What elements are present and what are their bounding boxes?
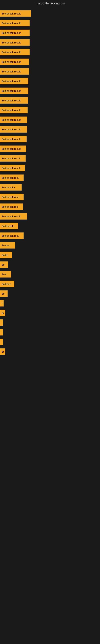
bar-item: Bottleneck result [0, 116, 27, 123]
bar-row: Bottleneck result [0, 9, 100, 18]
bar-item: Bottleneck [0, 223, 18, 229]
bar-item: Bottleneck result [0, 146, 26, 152]
bar-label: Bo [1, 350, 4, 353]
bar-label: Bot [1, 263, 5, 266]
bar-label: Bottleneck result [1, 60, 21, 64]
bar-label: Bottleneck result [1, 41, 21, 44]
bar-label: Bot [1, 292, 5, 295]
bar-row: I [0, 337, 100, 346]
bar-label: Bottle [1, 254, 8, 256]
bar-row: Bottleneck result [0, 96, 100, 105]
bar-label: Bottleneck result [1, 12, 21, 15]
bar-item: Bottleneck res [0, 204, 23, 210]
bar-row: Bottleneck result [0, 134, 100, 144]
bar-row: Bottleneck resu [0, 231, 100, 240]
bar-item: Bottleneck result [0, 10, 31, 17]
bar-row: Bottleneck result [0, 76, 100, 86]
bar-row: Bottleneck result [0, 125, 100, 134]
bar-item: Bottle [0, 252, 12, 258]
bar-item: Bo [0, 348, 5, 355]
bar-item: Bottleneck result [0, 58, 29, 65]
bar-row: Bottleneck result [0, 106, 100, 115]
bar-row: Bottleneck result [0, 67, 100, 76]
bar-item: Bottleneck resu [0, 174, 24, 181]
bar-label: Bottleneck result [1, 147, 21, 150]
bar-item: B [0, 300, 3, 306]
bar-item: Bottleneck resu [0, 194, 24, 200]
bar-label: Bottleneck resu [1, 196, 19, 199]
bar-label: Bottleneck result [1, 99, 21, 102]
bar-item: Bottleneck result [0, 136, 27, 142]
bar-row: I [0, 328, 100, 337]
bar-label: Bottleneck result [1, 89, 21, 92]
bar-item: Bottleneck r [0, 184, 22, 190]
bar-item: Bottleneck result [0, 213, 27, 220]
bar-row: Bottleneck result [0, 115, 100, 124]
bar-item: Bottleneck result [0, 78, 28, 84]
bar-label: Bottleneck result [1, 138, 21, 141]
bar-label: Bottleneck resu [1, 234, 19, 237]
bar-label: Bo [1, 312, 4, 314]
bar-row: Bot [0, 289, 100, 298]
bar-row: Bottlen [0, 241, 100, 250]
bar-row: B [0, 299, 100, 308]
bar-item: Bottleneck result [0, 165, 25, 171]
bar-row: Bottleneck result [0, 57, 100, 66]
bar-row: Bottleneck result [0, 154, 100, 163]
bar-row: Bottleneck result [0, 212, 100, 221]
bar-row: Bottlene [0, 279, 100, 288]
bar-item: Bottlen [0, 242, 15, 248]
bar-item: Bottleneck result [0, 88, 28, 94]
bar-row: Bottle [0, 250, 100, 260]
bar-item: Bottlene [0, 281, 14, 287]
bar-row: Bottleneck resu [0, 173, 100, 182]
bar-item: Bottleneck result [0, 68, 29, 75]
bar-item: Bottleneck result [0, 107, 28, 113]
bar-label: Bottleneck result [1, 109, 21, 112]
bar-row: B [0, 318, 100, 327]
site-title: TheBottlenecker.com [0, 0, 100, 7]
bar-item: I [0, 329, 3, 336]
bar-item: I [0, 339, 3, 345]
bar-item: Bot [0, 290, 8, 297]
bar-row: Bottleneck result [0, 38, 100, 47]
bar-label: Bottleneck result [1, 80, 21, 83]
bar-row: Bottleneck result [0, 28, 100, 38]
bar-label: Bottleneck [1, 224, 14, 228]
bar-row: Bottleneck res [0, 202, 100, 211]
bar-row: Bottleneck result [0, 48, 100, 57]
bar-label: Bottleneck result [1, 128, 21, 131]
bar-row: Bo [0, 347, 100, 356]
bar-item: Bo [0, 310, 5, 316]
bar-item: Bottleneck result [0, 155, 26, 162]
bar-item: Bottleneck result [0, 39, 30, 46]
bar-label: Bottleneck result [1, 22, 21, 25]
bar-label: Bottleneck result [1, 118, 21, 121]
bar-label: Bottleneck result [1, 51, 21, 54]
bar-row: Bottl [0, 270, 100, 279]
bar-row: Bottleneck resu [0, 192, 100, 202]
bar-label: Bottleneck result [1, 215, 21, 218]
bar-row: Bottleneck result [0, 18, 100, 28]
bar-label: Bottl [1, 273, 7, 276]
bar-item: B [0, 320, 3, 326]
bar-item: Bottleneck result [0, 49, 30, 55]
bar-item: Bottleneck result [0, 30, 30, 36]
bar-label: Bottleneck r [1, 186, 15, 189]
bar-row: Bottleneck result [0, 86, 100, 96]
bar-label: Bottleneck res [1, 205, 18, 208]
bar-item: Bottleneck result [0, 20, 30, 26]
bar-row: Bottleneck [0, 222, 100, 231]
bar-label: Bottleneck result [1, 32, 21, 34]
bar-row: Bottleneck r [0, 183, 100, 192]
bar-item: Bottl [0, 271, 11, 278]
bar-label: Bottlen [1, 244, 9, 247]
bar-row: Bot [0, 260, 100, 269]
bars-container: Bottleneck resultBottleneck resultBottle… [0, 7, 100, 359]
bar-item: Bottleneck result [0, 126, 27, 132]
bar-label: Bottlene [1, 282, 11, 286]
bar-row: Bo [0, 308, 100, 318]
bar-label: B [1, 302, 2, 305]
bar-row: Bottleneck result [0, 144, 100, 153]
bar-label: Bottleneck result [1, 157, 21, 160]
